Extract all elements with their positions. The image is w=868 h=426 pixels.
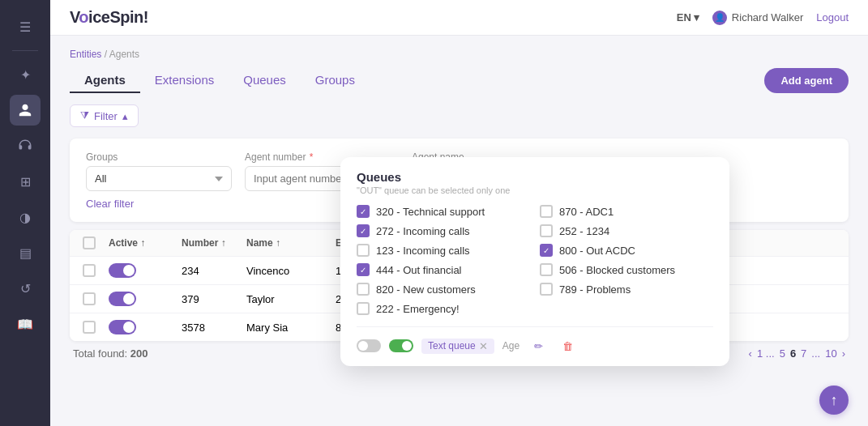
language-label: EN — [677, 11, 691, 23]
queue-checkbox[interactable] — [540, 224, 553, 237]
tab-agents[interactable]: Agents — [70, 68, 140, 93]
toggle-switch-2[interactable] — [389, 339, 413, 352]
logout-button[interactable]: Logout — [816, 11, 849, 23]
page-link[interactable]: 1 ... — [757, 347, 775, 360]
list-item[interactable]: 506 - Blocked customers — [540, 263, 713, 276]
book-icon[interactable]: 📖 — [10, 309, 41, 339]
total-label: Total found: — [73, 347, 127, 360]
list-item[interactable]: 820 - New customers — [357, 283, 530, 296]
list-item[interactable]: 252 - 1234 — [540, 224, 713, 237]
active-toggle[interactable] — [109, 320, 136, 334]
queue-checkbox[interactable]: ✓ — [540, 244, 553, 257]
app-logo: VoiceSpin! — [70, 8, 148, 27]
queue-label: 272 - Incoming calls — [376, 225, 470, 237]
age-label: Age — [502, 340, 520, 351]
queue-checkbox[interactable]: ✓ — [357, 263, 370, 276]
row-checkbox[interactable] — [83, 321, 96, 334]
queues-grid: ✓ 320 - Technical support ✓ 272 - Incomi… — [357, 205, 713, 315]
queue-checkbox[interactable] — [540, 283, 553, 296]
list-item[interactable]: 870 - ADC1 — [540, 205, 713, 218]
groups-filter-field: Groups All — [86, 151, 232, 191]
text-queue-label: Text queue — [428, 340, 476, 351]
toggle-switch-1[interactable] — [357, 339, 381, 352]
delete-icon[interactable]: 🗑 — [557, 335, 578, 356]
tabs: Agents Extensions Queues Groups — [70, 68, 370, 93]
text-queue-close[interactable]: ✕ — [479, 340, 488, 352]
list-item[interactable]: 222 - Emergency! — [357, 302, 530, 315]
col-header-number: Number ↑ — [182, 237, 246, 249]
filter-button[interactable]: ⧩ Filter ▴ — [70, 104, 139, 127]
topbar: VoiceSpin! EN ▾ 👤 Richard Walker Logout — [50, 0, 868, 36]
queue-checkbox[interactable] — [357, 283, 370, 296]
agent-name: Vincenco — [246, 265, 336, 277]
sidebar-divider — [12, 50, 38, 51]
col-header-name: Name ↑ — [246, 237, 336, 249]
list-item[interactable]: 123 - Incoming calls — [357, 244, 530, 257]
prev-page-button[interactable]: ‹ — [749, 347, 752, 360]
groups-select[interactable]: All — [86, 166, 232, 191]
breadcrumb-parent[interactable]: Entities — [70, 49, 101, 60]
edit-icon[interactable]: ✏ — [528, 335, 549, 356]
queue-checkbox[interactable] — [357, 244, 370, 257]
language-selector[interactable]: EN ▾ — [677, 11, 699, 23]
sidebar: ☰ ✦ ⊞ ◑ ▤ ↺ 📖 — [0, 0, 50, 426]
active-toggle[interactable] — [109, 292, 136, 306]
agent-number: 234 — [182, 265, 246, 277]
page-link[interactable]: 7 — [801, 347, 806, 360]
chevron-down-icon: ▾ — [694, 11, 699, 23]
clear-filter-link[interactable]: Clear filter — [86, 198, 134, 210]
page-link[interactable]: ... — [811, 347, 820, 360]
queues-dropdown: Queues "OUT" queue can be selected only … — [340, 157, 729, 366]
people-icon[interactable] — [10, 95, 41, 126]
page-link[interactable]: 5 — [780, 347, 785, 360]
queues-dropdown-subtitle: "OUT" queue can be selected only one — [357, 185, 713, 195]
tab-queues[interactable]: Queues — [229, 68, 301, 93]
tab-groups[interactable]: Groups — [301, 68, 370, 93]
menu-icon[interactable]: ☰ — [10, 11, 41, 42]
queue-checkbox[interactable]: ✓ — [357, 205, 370, 218]
list-item[interactable]: ✓ 272 - Incoming calls — [357, 224, 530, 237]
queue-checkbox[interactable] — [540, 205, 553, 218]
list-item[interactable]: ✓ 800 - Out ACDC — [540, 244, 713, 257]
tabs-row: Agents Extensions Queues Groups Add agen… — [70, 68, 849, 93]
queues-dropdown-title: Queues — [357, 170, 713, 184]
breadcrumb: Entities / Agents — [70, 49, 849, 60]
agent-name: Taylor — [246, 293, 336, 305]
queues-bottom-bar: Text queue ✕ Age ✏ 🗑 — [357, 326, 713, 356]
page-link-current[interactable]: 6 — [790, 347, 796, 360]
star-icon[interactable]: ✦ — [10, 59, 41, 90]
queue-label: 506 - Blocked customers — [559, 264, 675, 276]
list-item[interactable]: ✓ 444 - Out financial — [357, 263, 530, 276]
queue-label: 820 - New customers — [376, 283, 476, 296]
select-all-checkbox[interactable] — [83, 236, 96, 249]
next-page-button[interactable]: › — [842, 347, 845, 360]
user-menu[interactable]: 👤 Richard Walker — [712, 11, 803, 25]
row-checkbox[interactable] — [83, 292, 96, 305]
queue-label: 800 - Out ACDC — [559, 245, 635, 257]
page-link[interactable]: 10 — [825, 347, 836, 360]
list-item[interactable]: 789 - Problems — [540, 283, 713, 296]
queue-checkbox[interactable]: ✓ — [357, 224, 370, 237]
total-count: Total found: 200 — [73, 347, 148, 360]
agent-number: 379 — [182, 293, 246, 305]
list-item[interactable]: ✓ 320 - Technical support — [357, 205, 530, 218]
active-toggle[interactable] — [109, 263, 136, 278]
scroll-to-top-button[interactable]: ↑ — [819, 386, 849, 415]
chart-icon[interactable]: ↺ — [10, 273, 41, 304]
panel-icon[interactable]: ▤ — [10, 237, 41, 268]
user-name: Richard Walker — [732, 11, 803, 23]
tab-extensions[interactable]: Extensions — [140, 68, 229, 93]
grid-icon[interactable]: ⊞ — [10, 166, 41, 197]
add-agent-button[interactable]: Add agent — [764, 68, 849, 93]
agent-name: Mary Sia — [246, 322, 336, 334]
filter-row: ⧩ Filter ▴ — [70, 104, 849, 127]
chevron-up-icon: ▴ — [122, 110, 128, 122]
queue-checkbox[interactable] — [357, 302, 370, 315]
queue-checkbox[interactable] — [540, 263, 553, 276]
row-checkbox[interactable] — [83, 264, 96, 277]
moon-icon[interactable]: ◑ — [10, 202, 41, 232]
headset-icon[interactable] — [10, 130, 41, 161]
avatar: 👤 — [712, 11, 727, 25]
queue-label: 123 - Incoming calls — [376, 245, 470, 257]
queues-right-col: 870 - ADC1 252 - 1234 ✓ 800 - Out ACDC 5… — [540, 205, 713, 315]
